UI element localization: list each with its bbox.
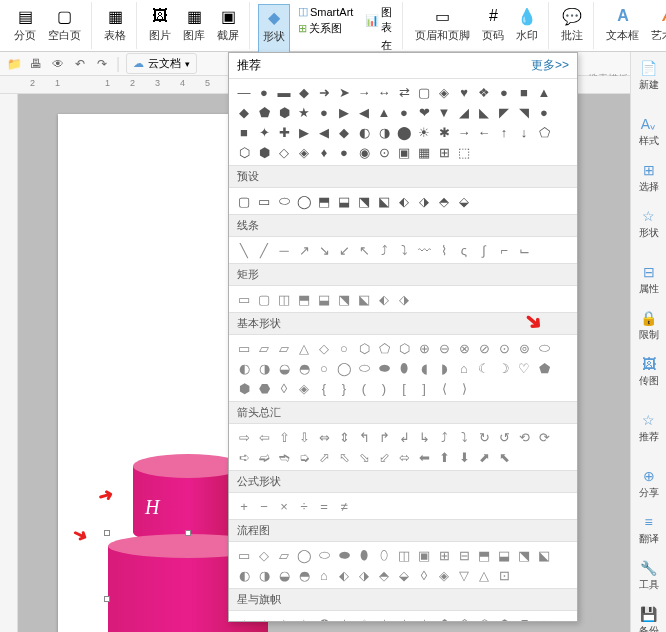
shape-option[interactable]: ⊙: [495, 339, 513, 357]
shape-option[interactable]: ♡: [515, 359, 533, 377]
shape-option[interactable]: ◊: [415, 566, 433, 584]
shape-option[interactable]: ⬁: [335, 448, 353, 466]
shape-option[interactable]: ➭: [295, 448, 313, 466]
shape-option[interactable]: ⊖: [435, 339, 453, 357]
shape-option[interactable]: ⬡: [395, 339, 413, 357]
shape-option[interactable]: ⊚: [515, 339, 533, 357]
shape-option[interactable]: ⬒: [315, 192, 333, 210]
shape-option[interactable]: ↔: [375, 83, 393, 101]
redo-icon[interactable]: ↷: [94, 56, 110, 72]
shape-option[interactable]: ↖: [355, 241, 373, 259]
shape-option[interactable]: ⬣: [255, 379, 273, 397]
sidebar-item-形状[interactable]: ☆形状: [631, 204, 666, 244]
shape-option[interactable]: ≠: [335, 497, 353, 515]
shape-option[interactable]: ★: [275, 615, 293, 622]
shape-option[interactable]: ▱: [275, 339, 293, 357]
shape-option[interactable]: ⬣: [515, 615, 533, 622]
shape-option[interactable]: ◯: [295, 546, 313, 564]
shape-option[interactable]: ⇔: [315, 428, 333, 446]
shape-option[interactable]: ✦: [255, 123, 273, 141]
shape-option[interactable]: ⊗: [455, 339, 473, 357]
more-link[interactable]: 更多>>: [531, 57, 569, 74]
shape-option[interactable]: ⬚: [455, 143, 473, 161]
wordart-button[interactable]: A 艺术字: [647, 4, 666, 45]
shape-option[interactable]: ✪: [315, 615, 333, 622]
shape-option[interactable]: ♦: [315, 143, 333, 161]
shape-option[interactable]: ●: [315, 103, 333, 121]
resize-handle[interactable]: [185, 530, 191, 536]
shape-option[interactable]: ⬖: [395, 192, 413, 210]
shape-option[interactable]: ✬: [355, 615, 373, 622]
shape-option[interactable]: ☀: [415, 123, 433, 141]
shape-option[interactable]: ◑: [255, 359, 273, 377]
shape-option[interactable]: ✱: [435, 123, 453, 141]
shape-option[interactable]: ✚: [275, 123, 293, 141]
shape-option[interactable]: ✯: [415, 615, 433, 622]
shape-option[interactable]: ➫: [255, 448, 273, 466]
shape-option[interactable]: ◐: [235, 566, 253, 584]
shape-option[interactable]: ↺: [495, 428, 513, 446]
shape-option[interactable]: ⬔: [355, 192, 373, 210]
shape-option[interactable]: ⌐: [495, 241, 513, 259]
shape-option[interactable]: ◈: [435, 566, 453, 584]
sidebar-item-翻译[interactable]: ≡翻译: [631, 510, 666, 550]
shape-option[interactable]: ⇦: [255, 428, 273, 446]
shape-option[interactable]: ⟨: [435, 379, 453, 397]
shape-option[interactable]: ◫: [395, 546, 413, 564]
shape-option[interactable]: ⇧: [275, 428, 293, 446]
shape-option[interactable]: ↘: [315, 241, 333, 259]
smartart-button[interactable]: ◫ SmartArt: [294, 4, 357, 19]
shape-option[interactable]: ➬: [275, 448, 293, 466]
shape-option[interactable]: ⬭: [315, 546, 333, 564]
shape-option[interactable]: ⬭: [355, 359, 373, 377]
shape-option[interactable]: ▣: [395, 143, 413, 161]
shape-option[interactable]: ⤵: [395, 241, 413, 259]
shape-option[interactable]: ●: [535, 103, 553, 121]
shape-option[interactable]: ↰: [355, 428, 373, 446]
shape-option[interactable]: ◇: [315, 339, 333, 357]
shape-option[interactable]: ⬒: [295, 290, 313, 308]
shape-option[interactable]: ▣: [415, 546, 433, 564]
shape-option[interactable]: ⬈: [475, 448, 493, 466]
file-icon[interactable]: 📁: [6, 56, 22, 72]
shape-option[interactable]: ⬆: [435, 448, 453, 466]
shape-option[interactable]: ⇕: [335, 428, 353, 446]
shape-option[interactable]: ◆: [335, 123, 353, 141]
shape-option[interactable]: ⬃: [375, 448, 393, 466]
preview-icon[interactable]: 👁: [50, 56, 66, 72]
shape-option[interactable]: ▢: [235, 192, 253, 210]
shape-option[interactable]: ◓: [295, 359, 313, 377]
shape-option[interactable]: }: [335, 379, 353, 397]
shape-option[interactable]: ⌙: [515, 241, 533, 259]
gallery-button[interactable]: ▦ 图库: [179, 4, 209, 45]
shape-option[interactable]: +: [235, 497, 253, 515]
resize-handle[interactable]: [104, 596, 110, 602]
shape-option[interactable]: ◆: [235, 103, 253, 121]
shape-option[interactable]: ⬀: [315, 448, 333, 466]
shape-option[interactable]: 〰: [415, 241, 433, 259]
shape-option[interactable]: ■: [235, 123, 253, 141]
shape-option[interactable]: ⬇: [455, 448, 473, 466]
shape-option[interactable]: ◫: [275, 290, 293, 308]
shape-option[interactable]: ⬭: [535, 339, 553, 357]
shape-option[interactable]: ▱: [255, 339, 273, 357]
cloud-doc-button[interactable]: ☁ 云文档 ▾: [126, 53, 197, 74]
resize-handle[interactable]: [104, 530, 110, 536]
sidebar-item-限制[interactable]: 🔒限制: [631, 306, 666, 346]
shape-option[interactable]: ◯: [295, 192, 313, 210]
sidebar-item-新建[interactable]: 📄新建: [631, 56, 666, 96]
shape-option[interactable]: ↳: [415, 428, 433, 446]
shape-option[interactable]: ◈: [295, 379, 313, 397]
shape-option[interactable]: ⬕: [535, 546, 553, 564]
shape-option[interactable]: ◐: [355, 123, 373, 141]
shape-option[interactable]: ⟲: [515, 428, 533, 446]
shape-option[interactable]: ◑: [375, 123, 393, 141]
shape-option[interactable]: ↓: [515, 123, 533, 141]
shape-option[interactable]: ◒: [275, 359, 293, 377]
shape-option[interactable]: ◈: [435, 83, 453, 101]
shape-option[interactable]: ➪: [235, 448, 253, 466]
shape-option[interactable]: ⟳: [535, 428, 553, 446]
screenshot-button[interactable]: ▣ 截屏: [213, 4, 243, 45]
shape-option[interactable]: ╲: [235, 241, 253, 259]
print-icon[interactable]: 🖶: [28, 56, 44, 72]
